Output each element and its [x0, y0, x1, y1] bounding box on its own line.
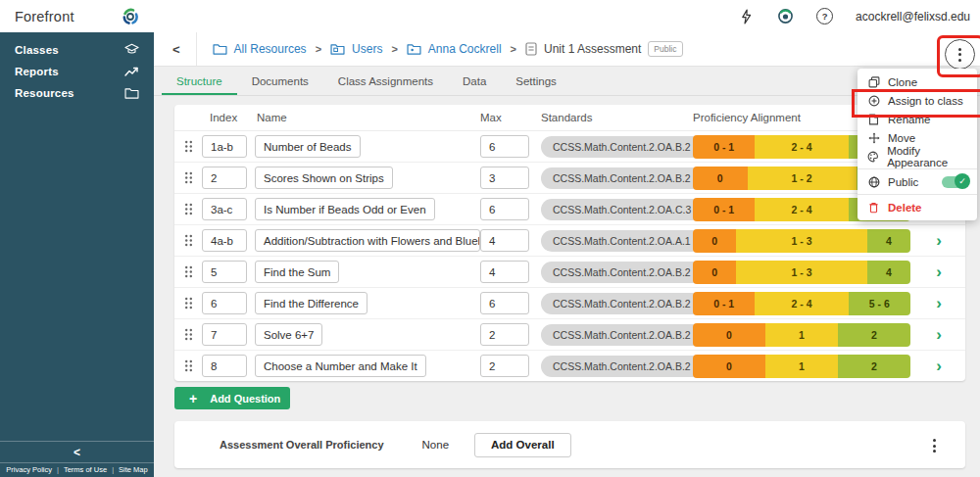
breadcrumb-separator: >	[511, 43, 516, 55]
row-expand-chevron[interactable]: ›	[936, 232, 942, 249]
band-segment: 1 - 3	[736, 261, 866, 284]
index-field[interactable]: 5	[202, 261, 247, 283]
sidebar-footer: < Privacy Policy | Terms of Use | Site M…	[0, 441, 154, 477]
band-segment: 0	[693, 355, 765, 378]
name-field[interactable]: Number of Beads	[255, 135, 361, 158]
public-badge: Public	[648, 41, 682, 57]
name-field[interactable]: Find the Difference	[255, 292, 368, 314]
band-segment: 0 - 1	[693, 292, 755, 315]
clone-icon	[867, 76, 880, 88]
user-email[interactable]: acockrell@felixsd.edu	[856, 10, 970, 24]
breadcrumb: < All Resources > Users > Anna Cockrell …	[154, 32, 980, 67]
toggle-check-icon: ✓	[955, 173, 970, 189]
top-header-bar: Forefront ? acockrell@felixsd.edu	[0, 0, 980, 32]
row-expand-chevron[interactable]: ›	[936, 295, 942, 311]
max-field[interactable]: 6	[480, 135, 529, 158]
max-field[interactable]: 2	[480, 355, 529, 377]
standard-pill[interactable]: CCSS.Math.Content.2.OA.A.1	[541, 230, 703, 252]
quick-actions-lightning-icon[interactable]	[738, 8, 755, 24]
tab-documents[interactable]: Documents	[237, 67, 323, 95]
tab-structure[interactable]: Structure	[162, 67, 237, 95]
top-right-actions: ? acockrell@felixsd.edu	[738, 8, 980, 24]
drag-handle-icon[interactable]	[184, 203, 193, 215]
standard-pill[interactable]: CCSS.Math.Content.2.OA.B.2	[541, 262, 703, 283]
max-field[interactable]: 3	[480, 167, 529, 189]
breadcrumb-current-assessment: Unit 1 Assessment	[525, 42, 641, 56]
menu-item-delete[interactable]: Delete	[858, 198, 977, 216]
breadcrumb-separator: >	[316, 43, 321, 55]
site-map-link[interactable]: Site Map	[119, 465, 148, 474]
standard-pill[interactable]: CCSS.Math.Content.2.OA.B.2	[541, 324, 703, 346]
terms-of-use-link[interactable]: Terms of Use	[64, 465, 107, 474]
privacy-policy-link[interactable]: Privacy Policy	[6, 465, 52, 474]
proficiency-bar[interactable]: 01 - 34	[693, 261, 910, 284]
table-row: 3a-c Is Number if Beads Odd or Even 6 CC…	[174, 194, 965, 225]
drag-handle-icon[interactable]	[184, 234, 193, 247]
index-field[interactable]: 6	[202, 292, 247, 314]
index-field[interactable]: 3a-c	[202, 198, 247, 220]
sidebar-item-resources[interactable]: Resources	[0, 82, 154, 104]
name-field[interactable]: Choose a Number and Make It	[255, 355, 426, 377]
drag-handle-icon[interactable]	[184, 359, 193, 372]
drag-handle-icon[interactable]	[184, 265, 193, 278]
menu-item-assign-to-class[interactable]: Assign to class	[858, 91, 977, 110]
name-field[interactable]: Addition/Subtraction with Flowers and Bl…	[255, 229, 480, 252]
band-segment: 1 - 3	[736, 229, 866, 253]
breadcrumb-all-resources[interactable]: All Resources	[213, 42, 307, 56]
band-segment: 0	[693, 229, 736, 253]
drag-handle-icon[interactable]	[184, 297, 193, 310]
breadcrumb-anna-cockrell[interactable]: Anna Cockrell	[407, 42, 502, 56]
sidebar-collapse-button[interactable]: <	[0, 442, 154, 462]
menu-item-modify-appearance[interactable]: Modify Appearance	[858, 147, 977, 166]
add-question-button[interactable]: + Add Question	[174, 387, 290, 409]
sidebar-item-classes[interactable]: Classes	[0, 38, 154, 61]
overall-kebab-menu-icon[interactable]	[931, 437, 938, 454]
standard-pill[interactable]: CCSS.Math.Content.2.OA.B.2	[541, 167, 703, 189]
index-field[interactable]: 2	[202, 167, 247, 189]
name-field[interactable]: Scores Shown on Strips	[255, 167, 393, 189]
index-field[interactable]: 4a-b	[202, 229, 247, 252]
standard-pill[interactable]: CCSS.Math.Content.2.OA.C.3	[541, 199, 703, 220]
max-field[interactable]: 6	[480, 292, 529, 314]
tab-data[interactable]: Data	[448, 67, 501, 95]
proficiency-bar[interactable]: 0 - 12 - 45 - 6	[693, 292, 910, 315]
sidebar-item-reports[interactable]: Reports	[0, 61, 154, 82]
row-expand-chevron[interactable]: ›	[936, 263, 942, 280]
index-field[interactable]: 7	[202, 323, 247, 346]
standard-pill[interactable]: CCSS.Math.Content.2.OA.B.2	[541, 356, 703, 377]
index-field[interactable]: 1a-b	[202, 135, 247, 158]
add-overall-button[interactable]: Add Overall	[474, 433, 571, 457]
name-field[interactable]: Find the Sum	[255, 261, 339, 283]
row-expand-chevron[interactable]: ›	[936, 326, 942, 343]
tab-settings[interactable]: Settings	[501, 67, 571, 95]
standard-pill[interactable]: CCSS.Math.Content.2.OA.B.2	[541, 136, 703, 158]
band-segment: 4	[867, 229, 910, 253]
proficiency-bar[interactable]: 012	[693, 323, 910, 347]
index-field[interactable]: 8	[202, 355, 247, 377]
menu-item-rename[interactable]: Rename	[858, 110, 977, 128]
menu-item-public-toggle[interactable]: Public ✓	[858, 172, 977, 191]
proficiency-bar[interactable]: 01 - 34	[693, 229, 910, 253]
proficiency-bar[interactable]: 012	[693, 355, 910, 378]
max-field[interactable]: 2	[480, 323, 529, 346]
drag-handle-icon[interactable]	[184, 328, 193, 341]
back-button[interactable]: <	[171, 42, 182, 57]
breadcrumb-users[interactable]: Users	[330, 42, 382, 56]
name-field[interactable]: Solve 6+7	[255, 323, 322, 346]
status-ring-icon[interactable]	[777, 8, 794, 24]
name-field[interactable]: Is Number if Beads Odd or Even	[255, 198, 435, 220]
standard-pill[interactable]: CCSS.Math.Content.2.OA.B.2	[541, 293, 703, 314]
drag-handle-icon[interactable]	[184, 140, 193, 153]
max-field[interactable]: 6	[480, 198, 529, 220]
table-row: 2 Scores Shown on Strips 3 CCSS.Math.Con…	[174, 163, 965, 194]
max-field[interactable]: 4	[480, 261, 529, 283]
tab-class-assignments[interactable]: Class Assignments	[323, 67, 448, 95]
help-icon[interactable]: ?	[816, 8, 833, 24]
drag-handle-icon[interactable]	[184, 171, 193, 184]
public-toggle[interactable]: ✓	[942, 176, 968, 188]
row-expand-chevron[interactable]: ›	[936, 358, 942, 374]
menu-item-clone[interactable]: Clone	[858, 72, 977, 91]
max-field[interactable]: 4	[480, 229, 529, 252]
assessment-options-button[interactable]	[945, 39, 975, 70]
sidebar: Classes Reports Resources < Privacy Poli…	[0, 32, 154, 477]
